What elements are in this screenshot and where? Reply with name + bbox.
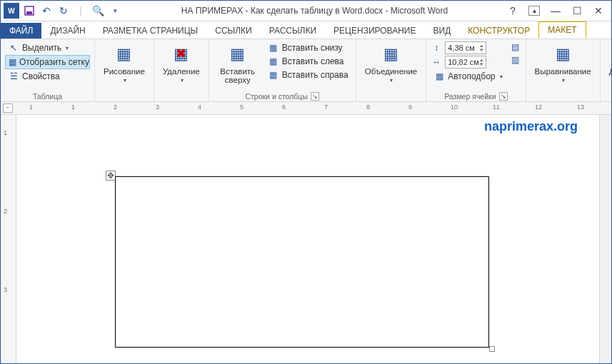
dialog-launcher-icon[interactable]: ↘ [311, 92, 319, 101]
spin-down-icon[interactable]: ▼ [479, 62, 483, 66]
tab-constructor[interactable]: КОНСТРУКТОР [459, 23, 538, 39]
delete-label: Удаление [163, 67, 200, 76]
insert-below-button[interactable]: ▦ Вставить снизу [265, 41, 351, 54]
qat-more-icon[interactable]: ▾ [108, 4, 122, 18]
insert-left-label: Вставить слева [282, 56, 344, 66]
height-value: 4,38 см [448, 44, 475, 52]
distribute-cols-icon[interactable]: ▥ [510, 54, 521, 66]
ruler-tick: 13 [577, 103, 584, 111]
draw-label: Рисование [104, 67, 145, 76]
draw-table-icon: ▦ [113, 43, 136, 66]
insert-below-label: Вставить снизу [282, 43, 343, 53]
help-icon[interactable]: ? [507, 5, 518, 16]
insert-above-icon: ▦ [226, 43, 249, 66]
ruler-tick: 1 [29, 103, 33, 111]
grid-icon: ▦ [9, 56, 16, 68]
ribbon-collapse-icon[interactable]: ▴ [528, 6, 540, 16]
group-delete-label [159, 91, 204, 101]
distribute-rows-icon[interactable]: ▤ [510, 41, 521, 53]
group-data: ▦ Данные ▾ [601, 39, 612, 101]
tab-references[interactable]: ССЫЛКИ [206, 23, 260, 39]
tab-mailings[interactable]: РАССЫЛКИ [261, 23, 325, 39]
group-merge: ▦ Объединение ▾ [356, 39, 427, 101]
insert-above-label: Вставить сверху [218, 67, 258, 84]
table-resize-handle[interactable] [489, 346, 495, 352]
row-height-icon: ↕ [431, 42, 442, 54]
alignment-icon: ▦ [551, 43, 574, 66]
ruler-tick: 3 [156, 103, 159, 111]
ruler-tick: 10 [451, 103, 458, 111]
select-button[interactable]: ↖ Выделить ▾ [5, 41, 90, 54]
group-merge-label [361, 91, 422, 101]
select-label: Выделить [22, 43, 61, 53]
row-height-input[interactable]: 4,38 см ▲▼ [445, 41, 486, 54]
ruler-tick: 11 [493, 103, 500, 111]
redo-icon[interactable]: ↻ [56, 4, 71, 18]
view-gridlines-button[interactable]: ▦ Отобразить сетку [5, 55, 90, 69]
undo-icon[interactable]: ↶ [39, 4, 54, 18]
svg-rect-1 [26, 11, 32, 14]
tab-file[interactable]: ФАЙЛ [1, 23, 41, 39]
save-icon[interactable] [22, 4, 36, 18]
group-alignment: ▦ Выравнивание ▾ [526, 39, 601, 101]
autofit-icon: ▦ [433, 71, 445, 82]
ruler-tick: 5 [240, 103, 244, 111]
gridlines-label: Отобразить сетку [19, 57, 89, 67]
autofit-button[interactable]: ▦ Автоподбор ▾ [431, 70, 505, 83]
table-move-handle[interactable]: ✥ [106, 171, 116, 181]
minimize-button[interactable]: — [550, 5, 561, 16]
col-width-input[interactable]: 10,82 см ▲▼ [445, 56, 486, 69]
width-value: 10,82 см [448, 58, 479, 66]
zoom-icon[interactable]: 🔍 [91, 4, 105, 18]
draw-button[interactable]: ▦ Рисование ▾ [99, 41, 149, 85]
title-bar: W ↶ ↻ | 🔍 ▾ НА ПРИМЕРАХ - Как сделать та… [1, 1, 611, 21]
group-rc-label: Строки и столбцы [245, 92, 307, 101]
ruler-tick: 7 [324, 103, 328, 111]
data-button[interactable]: ▦ Данные ▾ [605, 41, 612, 85]
data-label: Данные [609, 67, 612, 76]
insert-right-label: Вставить справа [282, 70, 348, 80]
ribbon-tabs: ФАЙЛ ДИЗАЙН РАЗМЕТКА СТРАНИЦЫ ССЫЛКИ РАС… [1, 21, 611, 39]
scrollbar-vertical[interactable] [599, 115, 611, 363]
maximize-button[interactable]: ☐ [571, 5, 583, 16]
insert-right-button[interactable]: ▦ Вставить справа [265, 69, 351, 81]
document-area: 123 naprimerax.org ✥ [1, 115, 611, 363]
chevron-down-icon: ▾ [181, 77, 184, 84]
group-rows-columns: ▦ Вставить сверху ▦ Вставить снизу ▦ Вст… [209, 39, 356, 101]
chevron-down-icon: ▾ [500, 74, 503, 80]
group-draw-label [99, 91, 149, 101]
tab-layout-table[interactable]: МАКЕТ [538, 21, 586, 39]
group-size-label: Размер ячейки [444, 92, 496, 101]
insert-above-button[interactable]: ▦ Вставить сверху [214, 41, 262, 86]
ruler-tick: 2 [114, 103, 117, 111]
autofit-label: Автоподбор [448, 71, 495, 81]
insert-left-icon: ▦ [268, 56, 279, 67]
close-button[interactable]: ✕ [593, 5, 604, 16]
document-canvas[interactable]: naprimerax.org ✥ [16, 115, 599, 363]
dialog-launcher-icon[interactable]: ↘ [499, 92, 508, 101]
quick-access-toolbar: ↶ ↻ | 🔍 ▾ [22, 4, 122, 18]
ruler-tick: 4 [198, 103, 201, 111]
properties-button[interactable]: ☱ Свойства [5, 70, 90, 83]
ruler-corner[interactable]: ⌐ [3, 103, 13, 113]
group-cell-size: ↕ 4,38 см ▲▼ ↔ 10,82 см ▲▼ ▦ Автоподбор [426, 39, 526, 101]
tab-page-layout[interactable]: РАЗМЕТКА СТРАНИЦЫ [94, 23, 207, 39]
alignment-button[interactable]: ▦ Выравнивание ▾ [531, 41, 596, 85]
ruler-tick: 2 [4, 208, 7, 215]
delete-button[interactable]: ▦✖ Удаление ▾ [159, 41, 204, 85]
ruler-vertical[interactable]: 123 [1, 115, 16, 363]
ruler-tick: 1 [71, 103, 75, 111]
ruler-tick: 3 [4, 286, 7, 293]
ruler-tick: 1 [4, 129, 7, 136]
insert-left-button[interactable]: ▦ Вставить слева [265, 55, 351, 68]
tab-design[interactable]: ДИЗАЙН [41, 23, 94, 39]
qat-divider: | [74, 4, 88, 18]
ruler-horizontal[interactable]: ⌐ 112345678910111213 [1, 102, 611, 115]
table-cell[interactable] [115, 176, 489, 348]
tab-review[interactable]: РЕЦЕНЗИРОВАНИЕ [325, 23, 424, 39]
spin-down-icon[interactable]: ▼ [479, 48, 483, 52]
merge-icon: ▦ [379, 43, 402, 66]
merge-button[interactable]: ▦ Объединение ▾ [361, 41, 422, 85]
insert-below-icon: ▦ [268, 42, 279, 54]
tab-view[interactable]: ВИД [425, 23, 460, 39]
